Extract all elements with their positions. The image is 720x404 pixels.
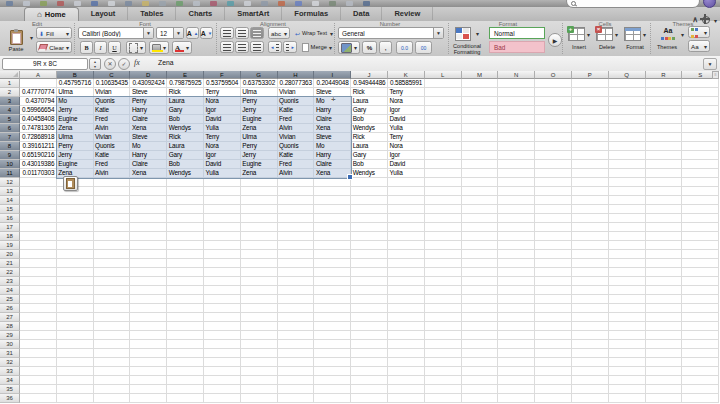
cell[interactable] — [130, 322, 167, 331]
cell[interactable] — [241, 241, 278, 250]
row-header-17[interactable]: 17 — [0, 223, 20, 232]
cell[interactable] — [167, 331, 204, 340]
cell[interactable] — [646, 322, 683, 331]
cell[interactable] — [682, 178, 719, 187]
cell-B10[interactable]: Eugine — [57, 160, 94, 169]
cell[interactable] — [94, 394, 131, 403]
cell[interactable] — [535, 259, 572, 268]
row-header-34[interactable]: 34 — [0, 376, 20, 385]
cell[interactable] — [609, 223, 646, 232]
cell[interactable] — [498, 169, 535, 178]
row-header-32[interactable]: 32 — [0, 358, 20, 367]
themes-button[interactable]: Aa — [654, 25, 682, 42]
cell[interactable] — [572, 367, 609, 376]
column-header-L[interactable]: L — [425, 71, 462, 79]
column-header-M[interactable]: M — [462, 71, 499, 79]
cell-F6[interactable]: Yulia — [204, 124, 241, 133]
cell-G6[interactable]: Zena — [241, 124, 278, 133]
cell[interactable] — [498, 340, 535, 349]
cell[interactable] — [572, 79, 609, 88]
cell-D9[interactable]: Harry — [130, 151, 167, 160]
cell[interactable] — [535, 304, 572, 313]
cell[interactable] — [498, 178, 535, 187]
cell[interactable] — [609, 88, 646, 97]
cell[interactable] — [535, 106, 572, 115]
cell[interactable] — [314, 250, 351, 259]
cell[interactable] — [462, 160, 499, 169]
cell[interactable] — [682, 259, 719, 268]
cell[interactable] — [462, 223, 499, 232]
cell[interactable] — [20, 196, 57, 205]
cell[interactable] — [498, 259, 535, 268]
decrease-decimal-button[interactable]: 00 — [415, 41, 432, 54]
cell[interactable] — [388, 205, 425, 214]
cell[interactable] — [130, 178, 167, 187]
cell-A4[interactable]: 0.59966654 — [20, 106, 57, 115]
cell[interactable] — [609, 331, 646, 340]
cell[interactable] — [167, 358, 204, 367]
cell[interactable] — [425, 241, 462, 250]
cell[interactable] — [498, 349, 535, 358]
borders-button[interactable]: ▾ — [126, 41, 146, 54]
cell-C2[interactable]: Vivian — [94, 88, 131, 97]
cell[interactable] — [498, 106, 535, 115]
cell[interactable] — [425, 205, 462, 214]
cell[interactable] — [388, 295, 425, 304]
cell[interactable] — [646, 160, 683, 169]
cell[interactable] — [535, 187, 572, 196]
gear-dropdown-icon[interactable]: ▾ — [714, 17, 717, 24]
cell[interactable] — [609, 268, 646, 277]
cell[interactable] — [278, 367, 315, 376]
ribbon-collapse-icon[interactable]: ∧ — [692, 15, 698, 25]
cell[interactable] — [57, 358, 94, 367]
cell-E5[interactable]: Bob — [167, 115, 204, 124]
cell[interactable] — [572, 322, 609, 331]
cell[interactable] — [204, 340, 241, 349]
cell[interactable] — [682, 241, 719, 250]
cell[interactable] — [57, 313, 94, 322]
cell-F3[interactable]: Nora — [204, 97, 241, 106]
cell[interactable] — [425, 223, 462, 232]
row-header-7[interactable]: 7 — [0, 133, 20, 142]
cell-B5[interactable]: Eugine — [57, 115, 94, 124]
row-header-11[interactable]: 11 — [0, 169, 20, 178]
cell[interactable] — [462, 367, 499, 376]
cell[interactable] — [278, 232, 315, 241]
cell-E2[interactable]: Rick — [167, 88, 204, 97]
font-family-select[interactable]: Calibri (Body) ▼ — [78, 27, 154, 39]
cell[interactable] — [167, 196, 204, 205]
cell[interactable] — [57, 241, 94, 250]
cell[interactable] — [130, 376, 167, 385]
cell[interactable] — [241, 322, 278, 331]
cell[interactable] — [388, 259, 425, 268]
row-header-2[interactable]: 2 — [0, 88, 20, 97]
cell[interactable] — [572, 376, 609, 385]
cell[interactable] — [57, 349, 94, 358]
cell[interactable] — [572, 106, 609, 115]
cell[interactable] — [498, 115, 535, 124]
cell[interactable] — [351, 394, 388, 403]
cell[interactable] — [388, 313, 425, 322]
cell[interactable] — [388, 358, 425, 367]
cell[interactable] — [241, 295, 278, 304]
cell[interactable] — [314, 394, 351, 403]
column-header-C[interactable]: C — [94, 71, 131, 79]
cell[interactable] — [130, 196, 167, 205]
cell[interactable] — [609, 340, 646, 349]
column-header-N[interactable]: N — [498, 71, 535, 79]
cell-J10[interactable]: Bob — [351, 160, 388, 169]
cell[interactable] — [425, 358, 462, 367]
cell[interactable] — [204, 187, 241, 196]
cell[interactable] — [646, 133, 683, 142]
cell-G2[interactable]: Ulma — [241, 88, 278, 97]
cell[interactable] — [572, 268, 609, 277]
column-header-Q[interactable]: Q — [609, 71, 646, 79]
cell-A5[interactable]: 0.40458408 — [20, 115, 57, 124]
cell[interactable] — [682, 151, 719, 160]
cell[interactable] — [682, 160, 719, 169]
cell-C4[interactable]: Katie — [94, 106, 131, 115]
cell[interactable] — [609, 151, 646, 160]
cell[interactable] — [682, 358, 719, 367]
cell[interactable] — [20, 340, 57, 349]
cell[interactable] — [241, 196, 278, 205]
